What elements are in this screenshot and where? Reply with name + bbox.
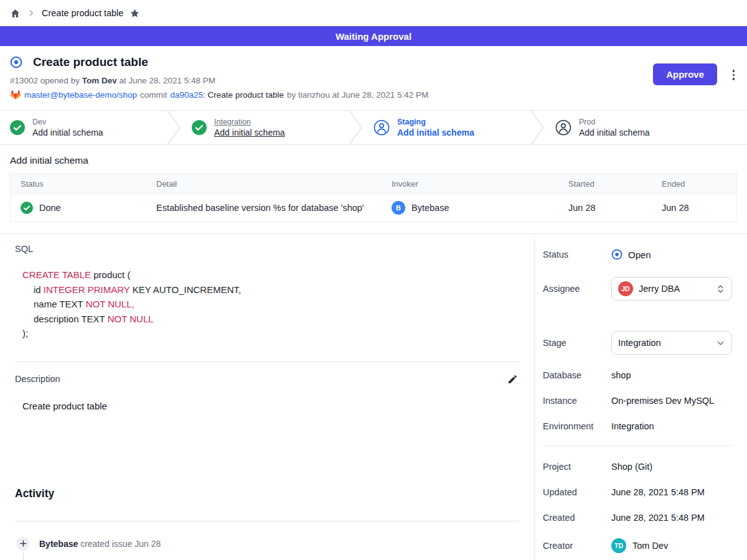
stage-value: Integration	[618, 338, 710, 348]
database-value: shop	[611, 370, 631, 380]
approve-button[interactable]: Approve	[653, 63, 717, 85]
task-section-heading: Add initial schema	[10, 155, 737, 166]
column-header-ended: Ended	[652, 174, 736, 194]
sql-code-block: CREATE TABLE product ( id INTEGER PRIMAR…	[15, 268, 519, 341]
stage-env-label: Dev	[32, 118, 103, 126]
description-label: Description	[15, 374, 60, 384]
status-banner-text: Waiting Approval	[336, 31, 411, 42]
column-header-started: Started	[558, 174, 652, 194]
section-divider	[15, 521, 519, 521]
edit-description-icon[interactable]	[506, 373, 519, 386]
stage-env-label: Staging	[397, 118, 474, 126]
assignee-select[interactable]: JD Jerry DBA	[611, 277, 732, 301]
assignee-label: Assignee	[543, 284, 611, 294]
breadcrumb: Create product table	[0, 0, 747, 26]
pending-user-icon	[374, 119, 390, 136]
assignee-value: Jerry DBA	[639, 284, 710, 294]
main-content: SQL CREATE TABLE product ( id INTEGER PR…	[0, 234, 535, 560]
section-divider	[15, 362, 519, 362]
column-header-status: Status	[11, 174, 146, 194]
issue-id: #13002	[10, 76, 38, 85]
project-label: Project	[543, 462, 611, 472]
repo-branch-link[interactable]: master@bytebase-demo/shop	[24, 90, 137, 100]
sql-label: SQL	[15, 244, 519, 254]
status-banner: Waiting Approval	[0, 26, 747, 46]
project-value: Shop (Git)	[611, 462, 652, 472]
table-row[interactable]: Done Established baseline version %s for…	[11, 194, 736, 222]
description-text: Create product table	[22, 401, 519, 411]
creator-avatar: TD	[611, 538, 626, 553]
stage-prod[interactable]: Prod Add initial schema	[545, 111, 711, 144]
list-item: Bytebase created issue Jun 28	[15, 537, 519, 551]
stage-staging[interactable]: Staging Add initial schema	[364, 111, 529, 144]
task-table: Status Detail Invoker Started Ended Done…	[10, 174, 737, 222]
column-header-invoker: Invoker	[382, 174, 558, 194]
task-detail: Established baseline version %s for data…	[146, 196, 382, 220]
commit-line: master@bytebase-demo/shop commit da90a25…	[10, 90, 737, 100]
assignee-avatar: JD	[618, 281, 633, 296]
breadcrumb-chevron-icon	[27, 9, 35, 17]
stage-env-label: Integration	[214, 118, 285, 126]
activity-action: created issue Jun 28	[80, 539, 161, 549]
stage-task-label: Add initial schema	[579, 128, 650, 138]
stage-separator	[166, 111, 182, 144]
invoker-avatar: B	[392, 201, 405, 215]
column-header-detail: Detail	[146, 174, 382, 194]
stage-integration[interactable]: Integration Add initial schema	[182, 111, 347, 144]
breadcrumb-current-page: Create product table	[42, 8, 123, 18]
database-label: Database	[543, 370, 611, 380]
check-circle-icon	[10, 120, 25, 135]
stage-task-label: Add initial schema	[32, 128, 103, 138]
task-invoker: Bytebase	[411, 203, 449, 213]
activity-actor: Bytebase	[39, 539, 78, 549]
stage-task-label: Add initial schema	[214, 128, 285, 138]
created-value: June 28, 2021 5:48 PM	[611, 513, 705, 523]
stage-separator	[347, 111, 364, 144]
stage-dev[interactable]: Dev Add initial schema	[0, 111, 166, 144]
pipeline-stages: Dev Add initial schema Integration Add i…	[0, 110, 747, 145]
up-down-chevron-icon	[716, 284, 725, 294]
gitlab-icon	[10, 90, 21, 100]
creator-value: TD Tom Dev	[611, 538, 668, 553]
task-ended: Jun 28	[652, 196, 736, 220]
timeline-connector	[23, 553, 24, 560]
more-actions-icon[interactable]	[731, 68, 737, 82]
commit-byline: by tianzhou at June 28, 2021 5:42 PM	[287, 90, 428, 100]
task-table-header: Status Detail Invoker Started Ended	[11, 174, 736, 194]
pending-user-icon	[555, 119, 571, 136]
instance-label: Instance	[543, 396, 611, 406]
check-circle-icon	[192, 120, 207, 135]
activity-heading: Activity	[15, 487, 519, 500]
issue-header: Create product table #13002 opened by To…	[0, 46, 747, 110]
commit-hash-link[interactable]: da90a25	[171, 90, 204, 100]
updated-value: June 28, 2021 5:48 PM	[611, 487, 705, 497]
issue-sidebar: Status Open Assignee JD Jerry DBA Stage …	[535, 234, 747, 560]
sidebar-divider	[543, 446, 732, 446]
task-section: Add initial schema Status Detail Invoker…	[0, 145, 747, 222]
task-status: Done	[39, 203, 61, 213]
creator-label: Creator	[543, 541, 611, 551]
stage-task-label: Add initial schema	[397, 128, 474, 138]
star-icon[interactable]	[129, 8, 140, 19]
issue-meta: #13002 opened by Tom Dev at June 28, 202…	[10, 76, 737, 85]
environment-label: Environment	[543, 421, 611, 431]
issue-open-icon	[10, 56, 22, 68]
updated-label: Updated	[543, 487, 611, 497]
instance-value: On-premises Dev MySQL	[611, 396, 714, 406]
chevron-down-icon	[716, 338, 725, 348]
page-title: Create product table	[33, 55, 148, 69]
status-value: Open	[611, 249, 651, 260]
environment-value: Integration	[611, 421, 654, 431]
commit-message: : Create product table	[203, 90, 284, 100]
stage-env-label: Prod	[579, 118, 650, 126]
stage-separator	[529, 111, 545, 144]
home-icon[interactable]	[10, 8, 21, 19]
stage-label: Stage	[543, 338, 611, 348]
created-label: Created	[543, 513, 611, 523]
task-started: Jun 28	[558, 196, 652, 220]
open-status-icon	[611, 249, 622, 260]
status-label: Status	[543, 250, 611, 259]
issue-author: Tom Dev	[82, 76, 117, 85]
check-circle-icon	[21, 202, 33, 214]
stage-select[interactable]: Integration	[611, 331, 732, 355]
